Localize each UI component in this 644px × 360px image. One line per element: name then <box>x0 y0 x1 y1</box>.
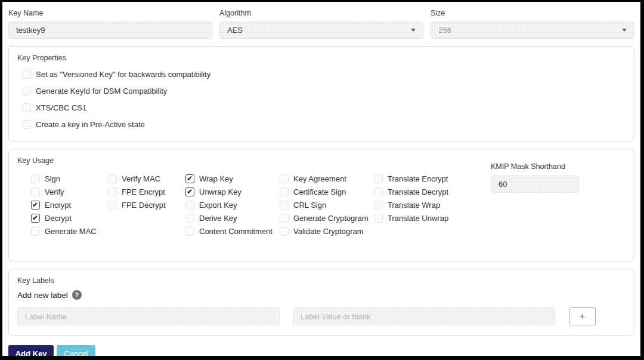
key-usage-option[interactable]: Translate Encrypt <box>374 174 463 183</box>
checkbox-label: Wrap Key <box>199 174 233 183</box>
key-usage-option[interactable]: Derive Key <box>185 214 280 223</box>
checkbox[interactable] <box>108 201 117 210</box>
size-label: Size <box>431 9 634 17</box>
kmip-mask-label: KMIP Mask Shorthand <box>491 162 579 171</box>
key-usage-option[interactable]: Export Key <box>185 201 280 210</box>
checkbox-label: Translate Decrypt <box>388 187 448 196</box>
add-key-button[interactable]: Add Key <box>8 345 54 360</box>
kmip-mask-block: KMIP Mask Shorthand <box>491 162 579 193</box>
key-usage-option[interactable]: Encrypt <box>31 201 108 210</box>
add-new-label-text: Add new label <box>17 291 68 300</box>
checkbox[interactable] <box>280 187 289 196</box>
key-usage-option[interactable]: Content Commitment <box>185 227 280 236</box>
key-property-option[interactable]: Create a key in Pre-Active state <box>22 120 626 129</box>
checkbox-label: Translate Wrap <box>388 201 440 210</box>
form-actions: Add Key Cancel <box>8 345 634 360</box>
key-usage-option[interactable]: Generate MAC <box>31 227 108 236</box>
key-usage-option[interactable]: CRL Sign <box>280 201 374 210</box>
checkbox[interactable] <box>31 214 40 223</box>
checkbox[interactable] <box>31 201 40 210</box>
key-usage-panel: Key Usage Sign Verify <box>8 149 634 261</box>
checkbox-label: Verify MAC <box>122 174 160 183</box>
key-usage-option[interactable]: Sign <box>31 174 108 183</box>
checkbox[interactable] <box>31 187 40 196</box>
checkbox[interactable] <box>22 87 31 96</box>
label-name-input[interactable] <box>17 307 280 325</box>
key-property-option[interactable]: Generate KeyId for DSM Compatibility <box>22 87 626 96</box>
cancel-button[interactable]: Cancel <box>57 345 95 360</box>
checkbox[interactable] <box>280 227 289 236</box>
checkbox-label: Export Key <box>199 201 237 210</box>
add-key-form: Key Name Algorithm AES Size 256 Key Prop <box>0 0 644 360</box>
checkbox-label: Key Agreement <box>293 174 346 183</box>
checkbox-label: Set as "Versioned Key" for backwards com… <box>36 70 210 79</box>
key-usage-option[interactable]: Translate Unwrap <box>374 214 463 223</box>
checkbox-label: Certificate Sign <box>293 187 346 196</box>
key-usage-option[interactable]: Unwrap Key <box>185 187 280 196</box>
key-usage-option[interactable]: Decrypt <box>31 214 108 223</box>
key-properties-options: Set as "Versioned Key" for backwards com… <box>22 70 626 129</box>
algorithm-label: Algorithm <box>219 9 423 17</box>
key-properties-panel: Key Properties Set as "Versioned Key" fo… <box>8 46 634 141</box>
checkbox[interactable] <box>108 174 117 183</box>
checkbox[interactable] <box>185 174 194 183</box>
checkbox[interactable] <box>280 214 289 223</box>
checkbox[interactable] <box>280 201 289 210</box>
checkbox[interactable] <box>22 70 31 79</box>
checkbox-label: CRL Sign <box>293 201 326 210</box>
label-value-input[interactable] <box>293 307 555 325</box>
key-usage-option[interactable]: Generate Cryptogram <box>280 214 374 223</box>
checkbox[interactable] <box>31 174 40 183</box>
checkbox[interactable] <box>22 120 31 129</box>
chevron-down-icon <box>622 29 627 32</box>
checkbox-label: Translate Encrypt <box>388 174 448 183</box>
key-usage-column-4: Key Agreement Certificate Sign CRL Sign <box>280 174 374 240</box>
checkbox-label: Generate MAC <box>45 227 97 236</box>
key-basics-row: Key Name Algorithm AES Size 256 <box>8 9 634 39</box>
key-usage-option[interactable]: Translate Decrypt <box>374 187 463 196</box>
size-dropdown[interactable]: 256 <box>431 21 634 39</box>
help-icon[interactable]: ? <box>72 290 82 300</box>
add-label-button[interactable]: + <box>569 307 596 325</box>
key-usage-option[interactable]: Verify <box>31 187 108 196</box>
key-usage-option[interactable]: Certificate Sign <box>280 187 374 196</box>
key-labels-title: Key Labels <box>17 276 626 285</box>
checkbox-label: Content Commitment <box>199 227 273 236</box>
checkbox-label: Generate KeyId for DSM Compatibility <box>36 87 167 96</box>
key-usage-column-3: Wrap Key Unwrap Key Export Key <box>185 174 280 240</box>
key-usage-option[interactable]: FPE Decrypt <box>108 201 185 210</box>
checkbox-label: FPE Decrypt <box>122 201 166 210</box>
checkbox-label: Encrypt <box>45 201 71 210</box>
checkbox[interactable] <box>280 174 289 183</box>
checkbox[interactable] <box>31 227 40 236</box>
algorithm-dropdown[interactable]: AES <box>219 21 423 39</box>
key-usage-option[interactable]: FPE Encrypt <box>108 187 185 196</box>
key-usage-option[interactable]: Wrap Key <box>185 174 280 183</box>
checkbox[interactable] <box>374 174 383 183</box>
checkbox-label: Derive Key <box>199 214 237 223</box>
key-property-option[interactable]: XTS/CBC CS1 <box>22 103 626 112</box>
checkbox-label: Generate Cryptogram <box>293 214 369 223</box>
key-usage-option[interactable]: Translate Wrap <box>374 201 463 210</box>
key-usage-option[interactable]: Key Agreement <box>280 174 374 183</box>
checkbox[interactable] <box>374 201 383 210</box>
size-value: 256 <box>438 26 451 35</box>
checkbox[interactable] <box>108 187 117 196</box>
checkbox[interactable] <box>374 214 383 223</box>
kmip-mask-input[interactable] <box>491 176 579 193</box>
key-name-input[interactable] <box>8 21 212 39</box>
chevron-down-icon <box>411 29 416 32</box>
add-new-label-row: Add new label ? <box>17 290 626 300</box>
checkbox[interactable] <box>374 187 383 196</box>
checkbox-label: Translate Unwrap <box>388 214 448 223</box>
checkbox[interactable] <box>22 103 31 112</box>
key-usage-column-2: Verify MAC FPE Encrypt FPE Decrypt <box>108 174 185 240</box>
checkbox[interactable] <box>185 201 194 210</box>
key-usage-option[interactable]: Verify MAC <box>108 174 185 183</box>
checkbox-label: Create a key in Pre-Active state <box>36 120 145 129</box>
checkbox[interactable] <box>185 214 194 223</box>
checkbox[interactable] <box>185 227 194 236</box>
key-usage-option[interactable]: Validate Cryptogram <box>280 227 374 236</box>
key-property-option[interactable]: Set as "Versioned Key" for backwards com… <box>22 70 626 79</box>
checkbox[interactable] <box>185 187 194 196</box>
